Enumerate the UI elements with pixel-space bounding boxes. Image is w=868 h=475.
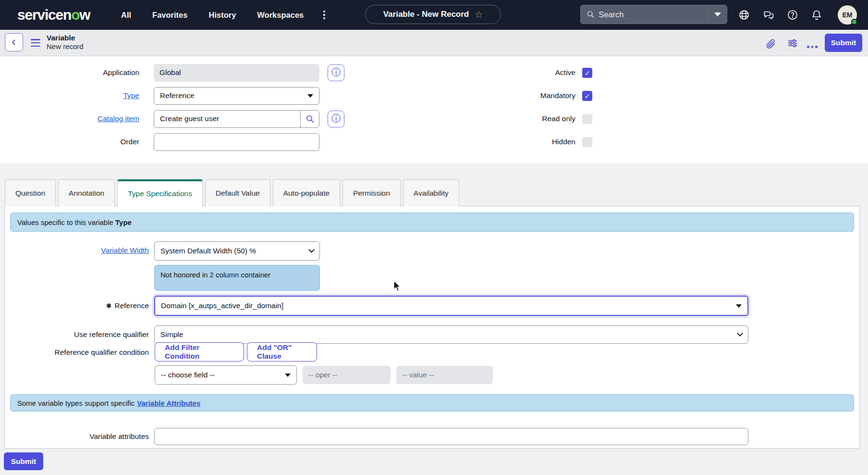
choose-field-select[interactable]: -- choose field -- bbox=[155, 365, 297, 385]
record-title-table: Variable bbox=[47, 33, 84, 42]
use-ref-qualifier-select[interactable]: Simple bbox=[154, 325, 748, 344]
reference-label: ✱Reference bbox=[5, 301, 149, 310]
more-menu-icon[interactable] bbox=[320, 8, 329, 22]
read-only-checkbox[interactable] bbox=[582, 114, 592, 124]
values-specific-banner: Values specific to this variable Type bbox=[10, 212, 854, 232]
variable-attributes-input[interactable] bbox=[154, 428, 748, 445]
application-label: Application bbox=[24, 68, 139, 77]
hidden-checkbox[interactable] bbox=[582, 137, 592, 147]
catalog-item-field[interactable] bbox=[154, 110, 319, 128]
record-title-sub: New record bbox=[47, 42, 84, 51]
tab-question[interactable]: Question bbox=[5, 179, 56, 206]
oper-select-disabled: -- oper -- bbox=[303, 366, 391, 384]
mandatory-label: Mandatory bbox=[460, 91, 575, 100]
nav-workspaces[interactable]: Workspaces bbox=[257, 11, 304, 20]
tab-availability[interactable]: Availability bbox=[403, 179, 459, 206]
current-record-pill[interactable]: Variable - New Record ☆ bbox=[365, 5, 501, 24]
lookup-button[interactable] bbox=[300, 111, 319, 127]
use-ref-qualifier-label: Use reference qualifier bbox=[5, 330, 149, 339]
record-toolbar: Variable New record Submit bbox=[0, 30, 868, 56]
submit-button-top[interactable]: Submit bbox=[825, 34, 862, 52]
variable-attributes-label: Variable attributes bbox=[5, 432, 149, 441]
user-avatar[interactable]: EM bbox=[838, 5, 857, 25]
variable-attributes-banner: Some variable types support specific Var… bbox=[10, 394, 854, 412]
type-label[interactable]: Type bbox=[24, 91, 139, 100]
active-checkbox[interactable] bbox=[582, 68, 592, 78]
search-icon bbox=[306, 114, 315, 124]
globe-icon[interactable] bbox=[738, 9, 750, 21]
reference-select[interactable]: Domain [x_autps_active_dir_domain] bbox=[154, 296, 748, 316]
tab-default-value[interactable]: Default Value bbox=[205, 179, 270, 206]
read-only-label: Read only bbox=[460, 114, 575, 123]
application-field: Global bbox=[154, 64, 319, 82]
nav-all[interactable]: All bbox=[121, 11, 131, 20]
dropdown-arrow-icon bbox=[307, 94, 313, 98]
hidden-label: Hidden bbox=[460, 138, 575, 146]
add-filter-condition-button[interactable]: Add Filter Condition bbox=[155, 342, 244, 362]
chevron-down-icon bbox=[714, 12, 721, 16]
chevron-left-icon bbox=[9, 38, 19, 47]
chevron-down-icon bbox=[737, 330, 743, 337]
more-actions-icon[interactable] bbox=[807, 46, 818, 48]
back-button[interactable] bbox=[5, 33, 23, 51]
help-icon[interactable] bbox=[787, 9, 798, 21]
tab-strip: Question Annotation Type Specifications … bbox=[5, 179, 459, 206]
variable-attributes-link[interactable]: Variable Attributes bbox=[137, 399, 200, 407]
variable-width-select[interactable]: System Default Width (50) % bbox=[154, 241, 320, 261]
active-label: Active bbox=[460, 68, 575, 77]
personalize-sliders-icon[interactable] bbox=[787, 38, 798, 49]
catalog-item-info-icon[interactable]: ⓘ bbox=[328, 111, 344, 127]
notifications-bell-icon[interactable] bbox=[811, 9, 822, 21]
context-menu-icon[interactable] bbox=[31, 39, 40, 47]
search-input[interactable] bbox=[595, 10, 708, 19]
dropdown-arrow-icon bbox=[285, 374, 291, 377]
top-nav: All Favorites History Workspaces bbox=[121, 0, 304, 30]
dropdown-arrow-icon bbox=[736, 304, 742, 308]
type-specifications-panel: Values specific to this variable Type Va… bbox=[4, 206, 860, 449]
ref-qualifier-condition-label: Reference qualifier condition bbox=[5, 348, 149, 357]
search-icon bbox=[587, 10, 595, 19]
favorite-star-icon[interactable]: ☆ bbox=[475, 9, 483, 20]
required-icon: ✱ bbox=[106, 302, 112, 310]
tab-auto-populate[interactable]: Auto-populate bbox=[273, 179, 341, 206]
application-info-icon[interactable]: ⓘ bbox=[328, 64, 344, 81]
order-label: Order bbox=[24, 138, 139, 146]
catalog-item-label[interactable]: Catalog item bbox=[24, 114, 139, 123]
chat-icon[interactable] bbox=[763, 9, 774, 21]
tab-annotation[interactable]: Annotation bbox=[58, 179, 115, 206]
presence-status-dot bbox=[851, 19, 857, 25]
order-input[interactable] bbox=[154, 133, 319, 151]
record-title: Variable New record bbox=[47, 33, 84, 51]
type-select[interactable]: Reference bbox=[154, 87, 319, 105]
global-search[interactable] bbox=[580, 5, 727, 24]
variable-width-label[interactable]: Variable Width bbox=[5, 246, 149, 255]
add-or-clause-button[interactable]: Add "OR" Clause bbox=[247, 342, 317, 362]
search-scope-dropdown[interactable] bbox=[709, 5, 727, 24]
nav-history[interactable]: History bbox=[208, 11, 236, 20]
top-header: servicenow All Favorites History Workspa… bbox=[0, 0, 868, 30]
record-pill-label: Variable - New Record bbox=[383, 10, 469, 19]
catalog-item-input[interactable] bbox=[154, 111, 300, 127]
nav-favorites[interactable]: Favorites bbox=[152, 11, 187, 20]
paperclip-icon[interactable] bbox=[765, 38, 777, 49]
variable-width-note: Not honored in 2 column container bbox=[154, 265, 320, 291]
submit-button-bottom[interactable]: Submit bbox=[4, 452, 43, 470]
servicenow-logo[interactable]: servicenow bbox=[17, 7, 90, 23]
tab-type-specifications[interactable]: Type Specifications bbox=[117, 179, 203, 206]
tab-permission[interactable]: Permission bbox=[342, 179, 401, 206]
avatar-initials: EM bbox=[843, 11, 853, 19]
tab-section: Question Annotation Type Specifications … bbox=[0, 163, 868, 475]
chevron-down-icon bbox=[308, 247, 315, 253]
mandatory-checkbox[interactable] bbox=[582, 91, 592, 101]
value-field-disabled: -- value -- bbox=[396, 366, 493, 384]
